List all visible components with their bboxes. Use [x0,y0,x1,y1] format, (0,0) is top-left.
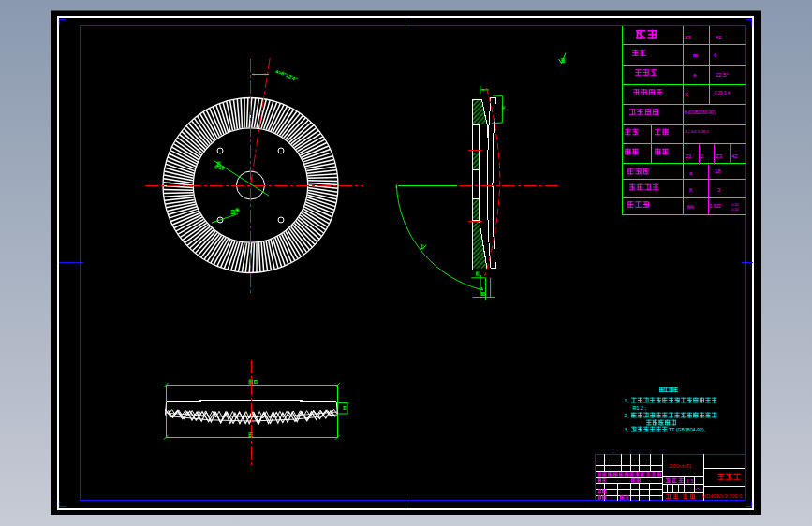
svg-text:18: 18 [715,168,721,174]
svg-text:X: X [685,92,688,97]
svg-text:Z3: Z3 [685,35,692,40]
svg-text:m: m [693,52,698,58]
svg-text:JL(-5/4.5-28.0: JL(-5/4.5-28.0 [685,129,710,134]
svg-text:-0.10: -0.10 [731,208,739,212]
svg-text:MD4392x3.700.0: MD4392x3.700.0 [702,493,743,499]
svg-text:Z3: Z3 [716,153,723,159]
svg-text:8-d(GB2363-90): 8-d(GB2363-90) [685,110,716,115]
svg-text:2、: 2、 [625,413,633,418]
svg-text:K: K [689,187,693,193]
svg-text:-0.25 0.4: -0.25 0.4 [714,91,731,95]
svg-text:2000mmT1: 2000mmT1 [669,464,692,469]
svg-text:42: 42 [731,153,738,159]
svg-text:-0.05: -0.05 [731,203,739,207]
svg-text:42: 42 [716,35,722,40]
svg-text:1:3: 1:3 [687,478,693,484]
svg-text:5.622: 5.622 [710,203,722,209]
svg-text:Z1: Z1 [686,153,693,159]
svg-text:TT (GB1804-92)。: TT (GB1804-92)。 [669,427,709,432]
svg-text:3、: 3、 [625,427,633,432]
svg-text:R1.2；: R1.2； [633,405,649,411]
svg-text:22.5°: 22.5° [716,72,730,78]
svg-text:1、: 1、 [625,398,633,403]
svg-text:Wk: Wk [687,204,694,210]
